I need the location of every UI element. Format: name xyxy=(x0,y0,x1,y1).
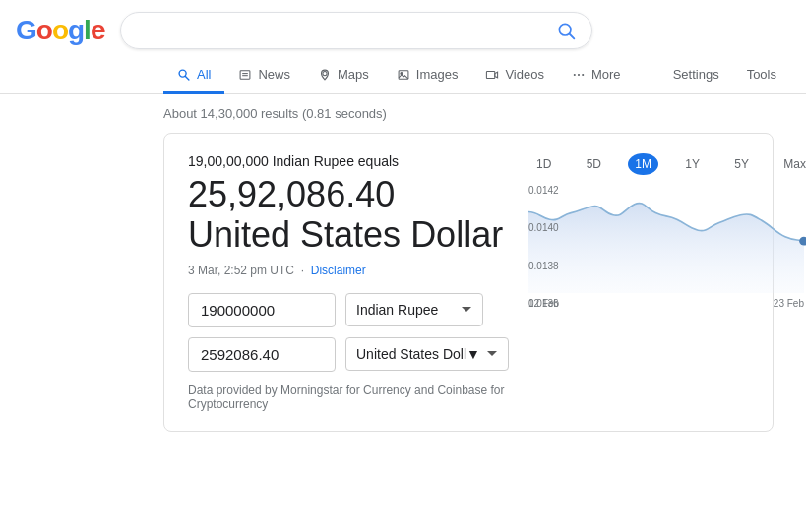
tab-news[interactable]: News xyxy=(224,57,304,94)
time-btn-1m[interactable]: 1M xyxy=(628,153,658,175)
tab-settings[interactable]: Settings xyxy=(659,57,733,94)
google-logo: Google xyxy=(16,15,104,46)
logo-o1: o xyxy=(36,15,52,46)
svg-rect-7 xyxy=(241,70,251,78)
tab-images-label: Images xyxy=(416,67,459,82)
results-count-text: About 14,30,000 results (0.81 seconds) xyxy=(163,106,387,121)
logo-o2: o xyxy=(52,15,68,46)
conversion-label: 19,00,00,000 Indian Rupee equals xyxy=(188,153,509,169)
y-label-3: 0.0138 xyxy=(528,261,574,271)
nav-right: Settings Tools xyxy=(659,57,806,93)
y-label-4: 0.0136 xyxy=(528,298,574,309)
svg-point-10 xyxy=(323,71,327,75)
time-btn-1y[interactable]: 1Y xyxy=(677,153,708,175)
conversion-timestamp: 3 Mar, 2:52 pm UTC · Disclaimer xyxy=(188,264,509,277)
conversion-amount: 25,92,086.40 xyxy=(188,175,509,214)
tab-tools-label: Tools xyxy=(747,67,776,82)
search-icons xyxy=(544,21,576,40)
time-range-buttons: 1D 5D 1M 1Y 5Y Max xyxy=(528,153,806,175)
disclaimer-link[interactable]: Disclaimer xyxy=(311,264,366,277)
tab-all[interactable]: All xyxy=(163,57,224,94)
x-label-2: 23 Feb xyxy=(774,298,804,309)
currency-card: 19,00,00,000 Indian Rupee equals 25,92,0… xyxy=(163,133,774,432)
to-input-row: United States Doll▼ xyxy=(188,337,509,372)
search-button[interactable] xyxy=(556,21,576,40)
logo-g2: g xyxy=(68,15,84,46)
y-axis-labels: 0.0142 0.0140 0.0138 0.0136 xyxy=(528,185,574,309)
svg-point-15 xyxy=(578,73,580,75)
logo-g: G xyxy=(16,15,36,46)
nav-tabs: All News Maps Images Videos More Setting… xyxy=(0,49,806,94)
y-label-2: 0.0140 xyxy=(528,222,574,233)
header: Google 19 crore inr to usd xyxy=(0,0,806,49)
tab-settings-label: Settings xyxy=(673,67,719,82)
to-currency-select[interactable]: United States Doll▼ xyxy=(345,337,509,371)
chart-section: 1D 5D 1M 1Y 5Y Max 0.0142 0.0140 0.0138 … xyxy=(528,153,806,411)
logo-e: e xyxy=(91,15,105,46)
time-btn-1d[interactable]: 1D xyxy=(528,153,559,175)
chart-wrapper: 0.0142 0.0140 0.0138 0.0136 xyxy=(528,185,806,309)
timestamp-text: 3 Mar, 2:52 pm UTC xyxy=(188,264,294,277)
footer-disclaimer: Data provided by Morningstar for Currenc… xyxy=(188,384,509,411)
tab-more[interactable]: More xyxy=(558,57,635,94)
tab-tools[interactable]: Tools xyxy=(733,57,790,94)
time-btn-5d[interactable]: 5D xyxy=(579,153,609,175)
search-bar: 19 crore inr to usd xyxy=(120,12,592,49)
tab-images[interactable]: Images xyxy=(383,57,472,94)
tab-all-label: All xyxy=(197,67,211,82)
svg-rect-13 xyxy=(487,71,495,78)
tab-videos[interactable]: Videos xyxy=(471,57,558,94)
svg-line-4 xyxy=(570,34,575,39)
logo-l: l xyxy=(84,15,91,46)
to-amount-input[interactable] xyxy=(188,337,336,372)
time-btn-max[interactable]: Max xyxy=(775,153,806,175)
svg-point-14 xyxy=(574,73,576,75)
y-label-1: 0.0142 xyxy=(528,185,574,196)
tab-news-label: News xyxy=(258,67,290,82)
from-amount-input[interactable] xyxy=(188,293,336,327)
search-input[interactable]: 19 crore inr to usd xyxy=(137,22,534,39)
tab-more-label: More xyxy=(591,67,621,82)
card-left: 19,00,00,000 Indian Rupee equals 25,92,0… xyxy=(188,153,509,411)
svg-line-6 xyxy=(185,76,189,80)
from-input-row: Indian Rupee xyxy=(188,293,509,327)
time-btn-5y[interactable]: 5Y xyxy=(726,153,757,175)
from-currency-select[interactable]: Indian Rupee xyxy=(345,293,483,326)
card-inner: 19,00,00,000 Indian Rupee equals 25,92,0… xyxy=(188,153,749,411)
tab-maps[interactable]: Maps xyxy=(304,57,383,94)
conversion-currency: United States Dollar xyxy=(188,214,509,256)
tab-maps-label: Maps xyxy=(338,67,369,82)
results-count: About 14,30,000 results (0.81 seconds) xyxy=(0,94,806,133)
tab-videos-label: Videos xyxy=(505,67,544,82)
svg-point-16 xyxy=(582,73,584,75)
